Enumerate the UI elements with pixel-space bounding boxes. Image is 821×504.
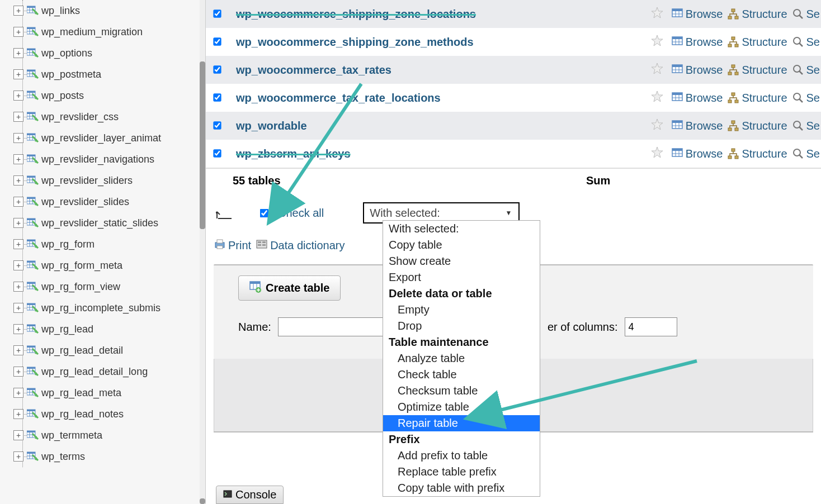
sidebar-table-label[interactable]: wp_revslider_css xyxy=(41,111,119,123)
sidebar-table-item[interactable]: + wp_revslider_sliders xyxy=(0,170,205,191)
star-icon[interactable] xyxy=(651,91,663,106)
sidebar-table-item[interactable]: + wp_revslider_css xyxy=(0,106,205,127)
sidebar-table-label[interactable]: wp_rg_lead_detail xyxy=(41,345,123,356)
sidebar-table-label[interactable]: wp_rg_lead_notes xyxy=(41,408,124,420)
sidebar-table-label[interactable]: wp_revslider_static_slides xyxy=(41,217,158,229)
table-name-input[interactable] xyxy=(278,317,384,336)
columns-count-input[interactable] xyxy=(625,317,677,336)
expand-icon[interactable]: + xyxy=(13,345,23,355)
sidebar-table-item[interactable]: + wp_postmeta xyxy=(0,64,205,85)
row-checkbox[interactable] xyxy=(213,65,221,73)
expand-icon[interactable]: + xyxy=(13,91,23,101)
expand-icon[interactable]: + xyxy=(13,27,23,37)
dropdown-option[interactable]: Analyze table xyxy=(383,350,540,367)
star-icon[interactable] xyxy=(651,35,663,50)
browse-action[interactable]: Browse xyxy=(671,36,723,49)
browse-action[interactable]: Browse xyxy=(671,120,723,132)
sidebar-table-label[interactable]: wp_revslider_sliders xyxy=(41,175,133,187)
sidebar-table-item[interactable]: + wp_rg_lead_detail_long xyxy=(0,361,205,382)
sidebar-table-item[interactable]: + wp_revslider_slides xyxy=(0,191,205,212)
expand-icon[interactable]: + xyxy=(13,260,23,270)
sidebar-table-label[interactable]: wp_medium_migration xyxy=(41,26,143,38)
row-checkbox[interactable] xyxy=(213,121,221,129)
sidebar-table-label[interactable]: wp_rg_lead xyxy=(41,324,93,335)
sidebar-table-label[interactable]: wp_posts xyxy=(41,90,84,102)
dropdown-option[interactable]: Copy table xyxy=(383,237,540,253)
expand-icon[interactable]: + xyxy=(13,197,23,207)
expand-icon[interactable]: + xyxy=(13,324,23,334)
row-checkbox[interactable] xyxy=(213,37,221,45)
sidebar-table-item[interactable]: + wp_posts xyxy=(0,85,205,106)
search-action[interactable]: Se xyxy=(792,36,820,49)
expand-icon[interactable]: + xyxy=(13,409,23,419)
expand-icon[interactable]: + xyxy=(13,451,23,462)
expand-icon[interactable]: + xyxy=(13,112,23,122)
sidebar-table-item[interactable]: + wp_rg_incomplete_submis xyxy=(0,297,205,318)
expand-icon[interactable]: + xyxy=(13,69,23,79)
structure-action[interactable]: Structure xyxy=(727,64,787,77)
sidebar-table-label[interactable]: wp_terms xyxy=(41,451,85,463)
dropdown-option[interactable]: Add prefix to table xyxy=(383,448,540,464)
sidebar-table-label[interactable]: wp_revslider_layer_animat xyxy=(41,132,161,144)
search-action[interactable]: Se xyxy=(792,92,820,104)
structure-action[interactable]: Structure xyxy=(727,92,787,104)
expand-icon[interactable]: + xyxy=(13,218,23,228)
structure-action[interactable]: Structure xyxy=(727,8,787,21)
dropdown-option[interactable]: Empty xyxy=(383,302,540,318)
sidebar-table-label[interactable]: wp_rg_form xyxy=(41,239,95,250)
star-icon[interactable] xyxy=(651,118,663,134)
dropdown-option[interactable]: Export xyxy=(383,269,540,286)
sidebar-scrollbar-thumb[interactable] xyxy=(200,61,205,229)
dropdown-option[interactable]: Show create xyxy=(383,253,540,269)
expand-icon[interactable]: + xyxy=(13,430,23,440)
expand-icon[interactable]: + xyxy=(13,154,23,164)
dropdown-option[interactable]: Repair table xyxy=(383,415,540,431)
expand-icon[interactable]: + xyxy=(13,6,23,16)
dropdown-option[interactable]: Check table xyxy=(383,367,540,383)
search-action[interactable]: Se xyxy=(792,148,820,160)
sidebar-table-label[interactable]: wp_rg_lead_detail_long xyxy=(41,366,148,378)
structure-action[interactable]: Structure xyxy=(727,36,787,49)
star-icon[interactable] xyxy=(651,63,663,78)
table-name-link[interactable]: wp_woocommerce_shipping_zone_methods xyxy=(236,36,651,49)
sidebar-table-item[interactable]: + wp_links xyxy=(0,0,205,21)
row-checkbox[interactable] xyxy=(213,9,221,17)
expand-icon[interactable]: + xyxy=(13,388,23,398)
expand-icon[interactable]: + xyxy=(13,48,23,58)
sidebar-table-label[interactable]: wp_revslider_navigations xyxy=(41,154,154,165)
expand-icon[interactable]: + xyxy=(13,133,23,143)
dropdown-option[interactable]: Copy table with prefix xyxy=(383,480,540,496)
dropdown-option[interactable]: With selected: xyxy=(383,221,540,237)
search-action[interactable]: Se xyxy=(792,8,820,21)
expand-icon[interactable]: + xyxy=(13,282,23,292)
structure-action[interactable]: Structure xyxy=(727,120,787,132)
sidebar-table-label[interactable]: wp_links xyxy=(41,5,80,17)
sidebar-table-item[interactable]: + wp_medium_migration xyxy=(0,21,205,42)
sidebar-table-item[interactable]: + wp_terms xyxy=(0,446,205,467)
sidebar-table-item[interactable]: + wp_rg_lead_notes xyxy=(0,403,205,425)
sidebar-table-item[interactable]: + wp_revslider_layer_animat xyxy=(0,127,205,149)
console-button[interactable]: Console xyxy=(216,486,284,504)
sidebar-table-item[interactable]: + wp_rg_lead_detail xyxy=(0,340,205,361)
sidebar-table-item[interactable]: + wp_revslider_navigations xyxy=(0,149,205,170)
table-name-link[interactable]: wp_woocommerce_shipping_zone_locations xyxy=(236,8,651,21)
sidebar-table-label[interactable]: wp_options xyxy=(41,47,92,59)
dropdown-option[interactable]: Replace table prefix xyxy=(383,464,540,480)
print-link[interactable]: Print xyxy=(214,238,251,253)
search-action[interactable]: Se xyxy=(792,64,820,77)
check-all-checkbox[interactable] xyxy=(260,208,269,217)
sidebar-table-item[interactable]: + wp_termmeta xyxy=(0,425,205,446)
sidebar-table-label[interactable]: wp_termmeta xyxy=(41,430,102,441)
sidebar-table-item[interactable]: + wp_rg_form xyxy=(0,234,205,255)
search-action[interactable]: Se xyxy=(792,120,820,132)
sidebar-table-label[interactable]: wp_rg_form_view xyxy=(41,281,120,293)
table-name-link[interactable]: wp_woocommerce_tax_rate_locations xyxy=(236,92,651,104)
sidebar-table-label[interactable]: wp_rg_form_meta xyxy=(41,260,122,272)
row-checkbox[interactable] xyxy=(213,93,221,101)
browse-action[interactable]: Browse xyxy=(671,148,723,160)
table-name-link[interactable]: wp_zbscrm_api_keys xyxy=(236,148,651,160)
sidebar-table-item[interactable]: + wp_options xyxy=(0,42,205,64)
row-checkbox[interactable] xyxy=(213,149,221,157)
star-icon[interactable] xyxy=(651,7,663,22)
dropdown-option[interactable]: Checksum table xyxy=(383,383,540,399)
